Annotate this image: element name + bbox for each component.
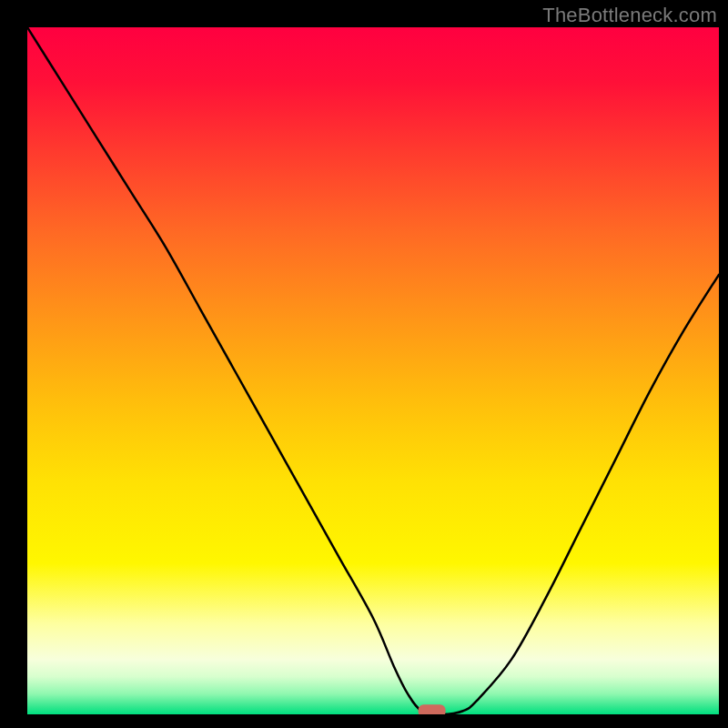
optimal-marker xyxy=(419,704,446,714)
bottleneck-chart xyxy=(27,27,719,714)
chart-plot-area xyxy=(27,27,719,714)
gradient-background xyxy=(27,27,719,714)
watermark-text: TheBottleneck.com xyxy=(542,4,717,27)
chart-container: TheBottleneck.com xyxy=(0,0,728,728)
